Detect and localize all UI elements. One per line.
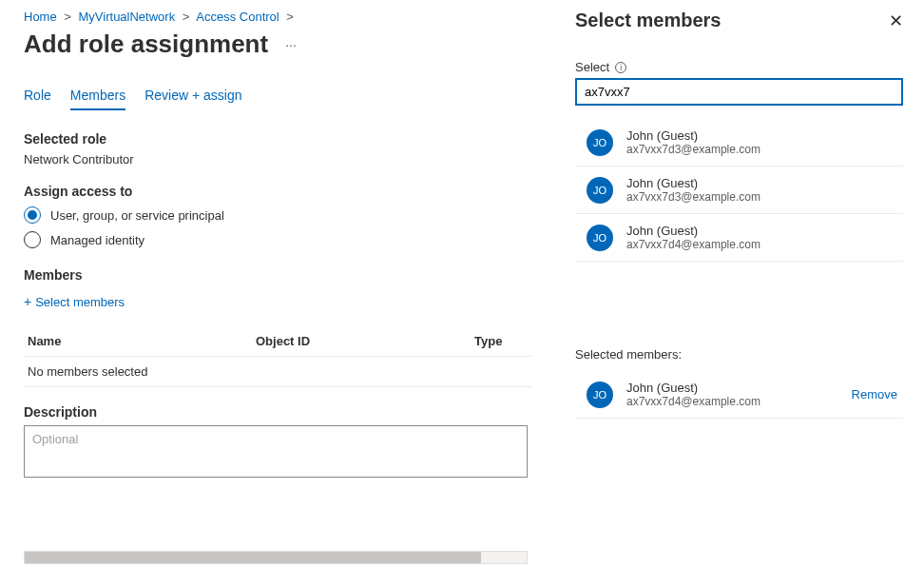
selected-text: John (Guest)ax7vxx7d4@example.com bbox=[626, 381, 760, 408]
col-type: Type bbox=[474, 334, 529, 348]
avatar: JO bbox=[587, 177, 613, 204]
radio-selected-icon bbox=[24, 206, 41, 224]
search-results: JOJohn (Guest)ax7vxx7d3@example.comJOJoh… bbox=[575, 119, 903, 262]
members-table-header: Name Object ID Type bbox=[24, 326, 532, 356]
breadcrumb-vnet[interactable]: MyVirtualNetwork bbox=[79, 10, 176, 24]
selected-role-value: Network Contributor bbox=[24, 152, 532, 166]
radio-user-group[interactable]: User, group, or service principal bbox=[24, 206, 532, 224]
radio-managed-identity[interactable]: Managed identity bbox=[24, 231, 532, 248]
radio-unselected-icon bbox=[24, 231, 41, 248]
breadcrumb-home[interactable]: Home bbox=[24, 10, 57, 24]
breadcrumb: Home > MyVirtualNetwork > Access Control… bbox=[24, 10, 532, 24]
select-members-panel: Select members ✕ Select i JOJohn (Guest)… bbox=[553, 0, 924, 568]
radio-managed-identity-label: Managed identity bbox=[50, 233, 144, 247]
remove-link[interactable]: Remove bbox=[852, 387, 897, 402]
panel-title: Select members bbox=[575, 10, 721, 31]
search-result[interactable]: JOJohn (Guest)ax7vxx7d3@example.com bbox=[575, 166, 903, 214]
horizontal-scrollbar[interactable] bbox=[24, 551, 528, 564]
more-actions-icon[interactable]: ··· bbox=[285, 37, 297, 52]
main-content: Home > MyVirtualNetwork > Access Control… bbox=[0, 0, 532, 568]
col-name: Name bbox=[28, 334, 256, 348]
assign-access-radio-group: User, group, or service principal Manage… bbox=[24, 206, 532, 248]
result-name: John (Guest) bbox=[626, 128, 760, 143]
search-result[interactable]: JOJohn (Guest)ax7vxx7d3@example.com bbox=[575, 119, 903, 166]
chevron-right-icon: > bbox=[64, 10, 71, 24]
selected-members-label: Selected members: bbox=[575, 347, 903, 362]
result-email: ax7vxx7d3@example.com bbox=[626, 143, 760, 156]
tab-role[interactable]: Role bbox=[24, 88, 51, 110]
search-result[interactable]: JOJohn (Guest)ax7vxx7d4@example.com bbox=[575, 214, 903, 262]
info-icon[interactable]: i bbox=[615, 62, 626, 73]
result-text: John (Guest)ax7vxx7d3@example.com bbox=[626, 128, 760, 156]
chevron-right-icon: > bbox=[183, 10, 190, 24]
selected-name: John (Guest) bbox=[626, 381, 760, 395]
breadcrumb-access-control[interactable]: Access Control bbox=[196, 10, 279, 24]
assign-access-label: Assign access to bbox=[24, 184, 532, 199]
scrollbar-thumb[interactable] bbox=[25, 552, 481, 563]
result-email: ax7vxx7d4@example.com bbox=[626, 238, 760, 251]
tab-review-assign[interactable]: Review + assign bbox=[144, 88, 241, 110]
result-name: John (Guest) bbox=[626, 176, 760, 190]
avatar: JO bbox=[587, 129, 613, 156]
tab-members[interactable]: Members bbox=[70, 88, 125, 110]
avatar: JO bbox=[587, 382, 613, 408]
select-field-label: Select i bbox=[575, 60, 903, 74]
col-object-id: Object ID bbox=[256, 334, 474, 348]
page-title-row: Add role assignment ··· bbox=[24, 29, 532, 59]
members-label: Members bbox=[24, 267, 532, 283]
result-email: ax7vxx7d3@example.com bbox=[626, 190, 760, 204]
selected-role-label: Selected role bbox=[24, 131, 532, 147]
search-input[interactable] bbox=[575, 78, 903, 106]
result-text: John (Guest)ax7vxx7d4@example.com bbox=[626, 224, 760, 251]
tabs: Role Members Review + assign bbox=[24, 88, 532, 110]
members-empty-row: No members selected bbox=[24, 356, 532, 387]
description-label: Description bbox=[24, 404, 532, 420]
selected-member-row: JOJohn (Guest)ax7vxx7d4@example.comRemov… bbox=[575, 371, 903, 419]
avatar: JO bbox=[587, 225, 613, 251]
select-members-link[interactable]: + Select members bbox=[24, 294, 125, 309]
plus-icon: + bbox=[24, 294, 31, 309]
result-name: John (Guest) bbox=[626, 224, 760, 238]
select-label-text: Select bbox=[575, 60, 609, 74]
select-members-link-text: Select members bbox=[35, 295, 125, 309]
panel-header: Select members ✕ bbox=[575, 10, 903, 31]
description-input[interactable]: Optional bbox=[24, 425, 528, 478]
radio-user-group-label: User, group, or service principal bbox=[50, 208, 224, 223]
selected-members-list: JOJohn (Guest)ax7vxx7d4@example.comRemov… bbox=[575, 371, 903, 419]
result-text: John (Guest)ax7vxx7d3@example.com bbox=[626, 176, 760, 204]
selected-email: ax7vxx7d4@example.com bbox=[626, 395, 760, 408]
chevron-right-icon: > bbox=[286, 10, 294, 24]
close-icon[interactable]: ✕ bbox=[889, 10, 903, 31]
page-title: Add role assignment bbox=[24, 29, 268, 59]
